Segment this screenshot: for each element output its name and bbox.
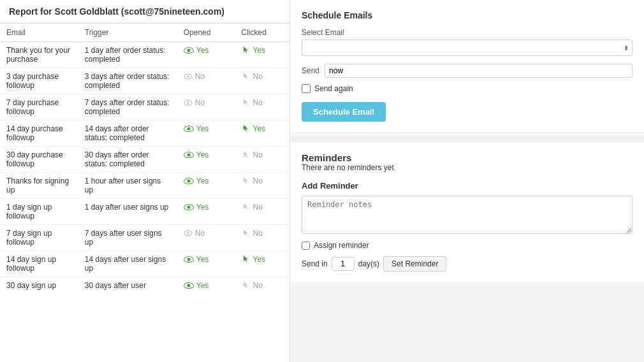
schedule-emails-title: Schedule Emails [302, 10, 633, 20]
clicked-no: No [242, 98, 283, 107]
cursor-green-icon [242, 124, 251, 133]
col-header-opened: Opened [177, 24, 235, 42]
eye-gray-icon [184, 72, 193, 81]
cell-trigger: 1 day after user signs up [78, 199, 177, 225]
send-time-select[interactable]: now later [325, 64, 633, 78]
table-row: 3 day purchase followup3 days after orde… [0, 68, 289, 94]
assign-reminder-checkbox[interactable] [302, 242, 310, 250]
reminders-section: Reminders There are no reminders yet Add… [290, 142, 644, 282]
table-row: 30 day sign up30 days after user Yes No [0, 277, 289, 294]
opened-no: No [184, 229, 229, 238]
cursor-gray-icon [242, 203, 251, 212]
email-select-wrapper [302, 40, 633, 56]
cell-opened: No [177, 68, 235, 94]
send-in-days-input[interactable]: 1 [332, 257, 355, 271]
cell-email: Thanks for signing up [0, 173, 78, 199]
eye-icon [184, 152, 194, 158]
cell-opened: Yes [177, 42, 235, 68]
eye-gray-icon [184, 98, 193, 107]
cursor-gray-icon [242, 72, 251, 81]
cell-clicked: No [235, 173, 289, 199]
send-label: Send [302, 66, 319, 75]
table-row: 1 day sign up followup1 day after user s… [0, 199, 289, 225]
assign-reminder-label: Assign reminder [314, 241, 369, 250]
opened-yes: Yes [184, 281, 229, 290]
clicked-no: No [242, 72, 283, 81]
cursor-gray-icon [242, 281, 251, 290]
email-select[interactable] [302, 40, 633, 56]
cursor-gray-icon [242, 177, 251, 185]
send-again-label: Send again [314, 84, 353, 93]
clicked-yes: Yes [242, 46, 283, 55]
cell-trigger: 7 days after user signs up [78, 225, 177, 251]
cursor-green-icon [242, 255, 251, 264]
cursor-gray-icon [242, 150, 251, 159]
clicked-no: No [242, 229, 283, 238]
email-report-table: Email Trigger Opened Clicked Thank you f… [0, 24, 289, 294]
select-email-label: Select Email [302, 28, 633, 37]
opened-yes: Yes [184, 203, 229, 212]
col-header-trigger: Trigger [78, 24, 177, 42]
table-row: 30 day purchase followup30 days after or… [0, 147, 289, 173]
clicked-yes: Yes [242, 255, 283, 264]
eye-icon [184, 178, 194, 184]
opened-yes: Yes [184, 255, 229, 264]
cell-trigger: 30 days after user [78, 277, 177, 294]
cell-clicked: No [235, 147, 289, 173]
add-reminder-label: Add Reminder [302, 181, 633, 191]
cell-opened: No [177, 225, 235, 251]
send-row: Send now later [302, 64, 633, 78]
send-again-checkbox[interactable] [302, 84, 311, 93]
cell-opened: Yes [177, 120, 235, 147]
opened-no: No [184, 72, 229, 81]
table-row: 14 day purchase followup14 days after or… [0, 120, 289, 147]
cell-email: 7 day purchase followup [0, 94, 78, 120]
svg-point-3 [187, 101, 189, 104]
clicked-no: No [242, 281, 283, 290]
cell-trigger: 14 days after order status: completed [78, 120, 177, 147]
cell-trigger: 1 day after order status: completed [78, 42, 177, 68]
col-header-clicked: Clicked [235, 24, 289, 42]
cell-clicked: No [235, 225, 289, 251]
cell-email: 3 day purchase followup [0, 68, 78, 94]
no-reminders-text: There are no reminders yet [302, 163, 633, 172]
cell-opened: No [177, 94, 235, 120]
cursor-gray-icon [242, 98, 251, 107]
eye-icon [184, 204, 194, 210]
set-reminder-button[interactable]: Set Reminder [383, 256, 446, 272]
cell-trigger: 7 days after order status: completed [78, 94, 177, 120]
eye-icon [184, 47, 194, 54]
send-in-label: Send in [302, 259, 328, 268]
table-row: 7 day purchase followup7 days after orde… [0, 94, 289, 120]
cell-opened: Yes [177, 173, 235, 199]
reminders-title: Reminders [302, 152, 633, 163]
eye-icon [184, 282, 194, 289]
cell-trigger: 1 hour after user signs up [78, 173, 177, 199]
cell-email: 14 day sign up followup [0, 251, 78, 277]
cell-email: 30 day sign up [0, 277, 78, 294]
cell-email: 7 day sign up followup [0, 225, 78, 251]
cell-email: Thank you for your purchase [0, 42, 78, 68]
cell-trigger: 14 days after user signs up [78, 251, 177, 277]
cell-clicked: Yes [235, 120, 289, 147]
divider [290, 137, 644, 142]
clicked-no: No [242, 203, 283, 212]
opened-no: No [184, 98, 229, 107]
opened-yes: Yes [184, 46, 229, 55]
schedule-emails-section: Schedule Emails Select Email Send now la… [290, 0, 644, 132]
cell-clicked: No [235, 277, 289, 294]
cell-opened: Yes [177, 199, 235, 225]
cell-trigger: 3 days after order status: completed [78, 68, 177, 94]
cursor-gray-icon [242, 229, 251, 238]
eye-icon [184, 126, 194, 132]
cell-email: 30 day purchase followup [0, 147, 78, 173]
cell-opened: Yes [177, 251, 235, 277]
eye-icon [184, 256, 194, 263]
clicked-no: No [242, 177, 283, 185]
cell-opened: Yes [177, 147, 235, 173]
schedule-email-button[interactable]: Schedule Email [302, 102, 386, 122]
table-row: 14 day sign up followup14 days after use… [0, 251, 289, 277]
reminder-notes-textarea[interactable] [302, 196, 633, 234]
cell-trigger: 30 days after order status: completed [78, 147, 177, 173]
svg-point-5 [187, 232, 189, 235]
